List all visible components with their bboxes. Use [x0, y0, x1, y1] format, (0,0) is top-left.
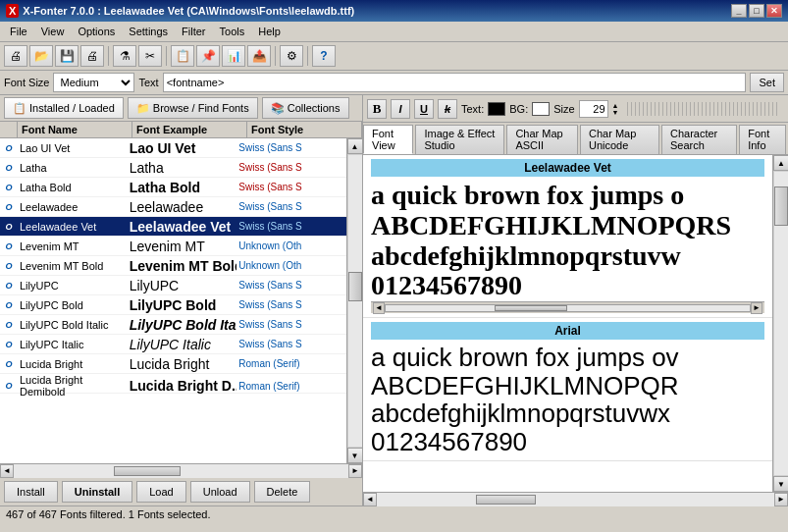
font-name: LilyUPC Italic	[18, 339, 128, 350]
close-button[interactable]: ✕	[766, 4, 782, 18]
font-row[interactable]: OLevenim MT BoldLevenim MT BoldUnknown (…	[0, 256, 346, 276]
text-color-picker[interactable]	[488, 102, 505, 116]
tab-font-view[interactable]: Font View	[363, 125, 413, 154]
header-font-name: Font Name	[18, 122, 132, 137]
preview-scroll-right[interactable]: ►	[751, 302, 762, 314]
font-size-select[interactable]: Small Medium Large Extra Large	[53, 73, 134, 92]
h-scroll-thumb[interactable]	[114, 466, 181, 476]
tab-char-map-unicode[interactable]: Char Map Unicode	[580, 125, 659, 154]
clear-filter-button[interactable]: ✂	[138, 45, 162, 67]
font-row[interactable]: OLeelawadeeLeelawadeeSwiss (Sans S	[0, 197, 346, 217]
install-button[interactable]: Install	[4, 481, 58, 503]
set-button[interactable]: Set	[750, 73, 784, 92]
new-button[interactable]: 🖨	[4, 45, 27, 67]
right-scroll-down[interactable]: ▼	[773, 476, 788, 492]
preview-line: 01234567890	[371, 271, 764, 301]
left-tab-bar: 📋 Installed / Loaded 📁 Browse / Find Fon…	[0, 95, 362, 122]
print-button[interactable]: 🖨	[80, 45, 104, 67]
settings-button[interactable]: ⚙	[280, 45, 303, 67]
font-row[interactable]: OLilyUPCLilyUPCSwiss (Sans S	[0, 276, 346, 295]
status-bar: 467 of 467 Fonts filtered. 1 Fonts selec…	[0, 505, 788, 525]
header-font-style: Font Style	[247, 122, 362, 137]
text-input[interactable]	[163, 73, 747, 92]
right-tabs: Font View Image & Effect Studio Char Map…	[363, 123, 788, 155]
font-row[interactable]: OLathaLathaSwiss (Sans S	[0, 158, 346, 178]
paste-button[interactable]: 📌	[196, 45, 220, 67]
help-button[interactable]: ?	[312, 45, 336, 67]
tab-image-effect[interactable]: Image & Effect Studio	[415, 125, 504, 154]
unload-button[interactable]: Unload	[190, 481, 250, 503]
italic-button[interactable]: I	[391, 99, 410, 119]
save-button[interactable]: 💾	[55, 45, 79, 67]
font-list-container: OLao UI VetLao UI VetSwiss (Sans SOLatha…	[0, 138, 362, 463]
tab-installed[interactable]: 📋 Installed / Loaded	[4, 97, 124, 119]
uninstall-button[interactable]: Uninstall	[62, 481, 132, 503]
font-icon: O	[0, 300, 18, 310]
right-h-thumb[interactable]	[476, 495, 536, 505]
scroll-up-button[interactable]: ▲	[347, 138, 363, 154]
font-row[interactable]: OLilyUPC BoldLilyUPC BoldSwiss (Sans S	[0, 295, 346, 315]
scroll-left-button[interactable]: ◄	[0, 464, 14, 478]
menu-help[interactable]: Help	[252, 24, 287, 39]
menu-options[interactable]: Options	[72, 24, 121, 39]
tab-browse[interactable]: 📁 Browse / Find Fonts	[128, 97, 258, 119]
font-row[interactable]: OLeelawadee VetLeelawadee VetSwiss (Sans…	[0, 217, 346, 237]
preview-area: Leelawadee Veta quick brown fox jumps oA…	[363, 155, 772, 492]
text-color-label: Text:	[461, 103, 484, 115]
preview-scroll-thumb[interactable]	[495, 305, 567, 311]
tab-font-info[interactable]: Font Info	[739, 125, 786, 154]
font-row[interactable]: OLilyUPC ItalicLilyUPC ItalicSwiss (Sans…	[0, 335, 346, 354]
menu-view[interactable]: View	[35, 24, 71, 39]
right-scroll-up[interactable]: ▲	[773, 155, 788, 171]
minimize-button[interactable]: _	[731, 4, 747, 18]
font-row[interactable]: OLucida BrightLucida BrightRoman (Serif)	[0, 354, 346, 374]
preview-line: a quick brown fox jumps o	[371, 181, 764, 211]
menu-filter[interactable]: Filter	[176, 24, 211, 39]
right-v-thumb[interactable]	[774, 186, 788, 226]
copy-button[interactable]: 📋	[171, 45, 194, 67]
tab-collections[interactable]: 📚 Collections	[262, 97, 349, 119]
preview-scroll-left[interactable]: ◄	[373, 302, 385, 314]
font-row[interactable]: OLucida Bright DemiboldLucida Bright D..…	[0, 374, 346, 394]
font-row[interactable]: OLatha BoldLatha BoldSwiss (Sans S	[0, 178, 346, 197]
right-toolbar: B I U k Text: BG: Size ▲ ▼	[363, 95, 788, 123]
scroll-right-button[interactable]: ►	[348, 464, 362, 478]
size-input[interactable]	[579, 100, 608, 118]
filter-button[interactable]: ⚗	[113, 45, 136, 67]
font-example: Levenim MT	[128, 239, 237, 254]
strikethrough-button[interactable]: k	[438, 99, 457, 119]
maximize-button[interactable]: □	[749, 4, 764, 18]
bg-color-picker[interactable]	[532, 102, 550, 116]
menu-file[interactable]: File	[4, 24, 33, 39]
bold-button[interactable]: B	[367, 99, 387, 119]
delete-button[interactable]: Delete	[254, 481, 311, 503]
underline-button[interactable]: U	[414, 99, 434, 119]
menu-tools[interactable]: Tools	[214, 24, 251, 39]
font-row[interactable]: OLao UI VetLao UI VetSwiss (Sans S	[0, 138, 346, 158]
load-button[interactable]: Load	[136, 481, 185, 503]
font-example: LilyUPC Bold Italic	[128, 317, 237, 333]
font-row[interactable]: OLilyUPC Bold ItalicLilyUPC Bold ItalicS…	[0, 315, 346, 335]
export-button[interactable]: 📤	[247, 45, 271, 67]
size-spinner[interactable]: ▲ ▼	[612, 102, 619, 116]
open-button[interactable]: 📂	[29, 45, 53, 67]
scroll-down-button[interactable]: ▼	[347, 448, 363, 463]
font-row[interactable]: OLevenim MTLevenim MTUnknown (Oth	[0, 237, 346, 256]
font-name: LilyUPC Bold	[18, 299, 128, 311]
font-icon: O	[0, 359, 18, 369]
menu-settings[interactable]: Settings	[123, 24, 174, 39]
font-icon: O	[0, 320, 18, 330]
compare-button[interactable]: 📊	[222, 45, 245, 67]
left-panel: 📋 Installed / Loaded 📁 Browse / Find Fon…	[0, 95, 363, 505]
right-scroll-right[interactable]: ►	[774, 493, 788, 506]
tab-char-search[interactable]: Character Search	[661, 125, 737, 154]
font-style: Swiss (Sans S	[236, 319, 346, 330]
separator-1	[108, 46, 109, 66]
toolbar2: Font Size Small Medium Large Extra Large…	[0, 71, 788, 95]
tab-char-map-ascii[interactable]: Char Map ASCII	[506, 125, 578, 154]
scroll-thumb[interactable]	[348, 272, 362, 301]
right-scroll-left[interactable]: ◄	[363, 493, 377, 506]
font-icon: O	[0, 222, 18, 232]
font-icon: O	[0, 183, 18, 192]
font-name: Lucida Bright Demibold	[18, 374, 128, 398]
